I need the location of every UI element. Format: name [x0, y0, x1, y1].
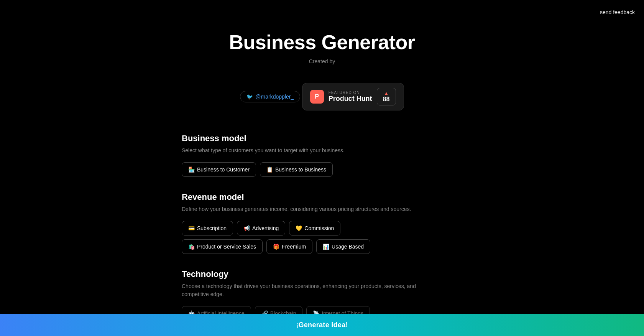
- commission-button[interactable]: 💛 Commission: [289, 221, 340, 236]
- usage-based-emoji: 📊: [323, 244, 329, 250]
- revenue-model-options: 💳 Subscription 📢 Advertising 💛 Commissio…: [182, 221, 424, 254]
- revenue-model-title: Revenue model: [182, 192, 424, 202]
- advertising-button[interactable]: 📢 Advertising: [237, 221, 285, 236]
- ph-vote-count: 88: [383, 96, 390, 103]
- b2c-button[interactable]: 🏪 Business to Customer: [182, 162, 256, 177]
- business-model-options: 🏪 Business to Customer 📋 Business to Bus…: [182, 162, 424, 177]
- page-header: Business Generator Created by 🐦 @markdop…: [0, 0, 644, 110]
- commission-emoji: 💛: [296, 225, 302, 231]
- twitter-icon: 🐦: [246, 94, 253, 100]
- ph-votes-box: ▲ 88: [377, 88, 396, 105]
- product-hunt-badge[interactable]: P FEATURED ON Product Hunt ▲ 88: [302, 83, 404, 110]
- b2b-button[interactable]: 📋 Business to Business: [260, 162, 333, 177]
- send-feedback-button[interactable]: send feedback: [600, 9, 635, 15]
- subscription-label: Subscription: [197, 225, 227, 231]
- b2b-emoji: 📋: [266, 166, 273, 173]
- ph-name: Product Hunt: [329, 95, 372, 103]
- usage-based-label: Usage Based: [332, 244, 364, 250]
- product-service-emoji: 🛍️: [188, 244, 195, 250]
- revenue-model-section: Revenue model Define how your business g…: [182, 192, 424, 254]
- subscription-button[interactable]: 💳 Subscription: [182, 221, 233, 236]
- ph-featured-label: FEATURED ON: [329, 91, 372, 95]
- twitter-link[interactable]: 🐦 @markdoppler_: [240, 91, 300, 102]
- business-model-desc: Select what type of customers you want t…: [182, 147, 424, 155]
- freemium-label: Freemium: [282, 244, 306, 250]
- technology-title: Technology: [182, 269, 424, 279]
- business-model-section: Business model Select what type of custo…: [182, 133, 424, 177]
- freemium-button[interactable]: 🎁 Freemium: [266, 239, 312, 254]
- product-service-button[interactable]: 🛍️ Product or Service Sales: [182, 239, 263, 254]
- revenue-model-desc: Define how your business generates incom…: [182, 205, 424, 213]
- main-content: Business model Select what type of custo…: [172, 133, 433, 336]
- business-model-title: Business model: [182, 133, 424, 143]
- subscription-emoji: 💳: [188, 225, 195, 231]
- twitter-handle: @markdoppler_: [255, 94, 294, 100]
- advertising-emoji: 📢: [243, 225, 250, 231]
- ph-text-block: FEATURED ON Product Hunt: [329, 91, 372, 103]
- ph-arrow-icon: ▲: [384, 91, 389, 96]
- technology-desc: Choose a technology that drives your bus…: [182, 282, 424, 298]
- ph-logo: P: [310, 90, 324, 104]
- created-by-label: Created by: [0, 58, 644, 64]
- generate-button[interactable]: ¡Generate idea!: [0, 314, 644, 336]
- b2b-label: Business to Business: [275, 166, 326, 173]
- freemium-emoji: 🎁: [273, 244, 279, 250]
- product-service-label: Product or Service Sales: [197, 244, 256, 250]
- b2c-emoji: 🏪: [188, 166, 195, 173]
- commission-label: Commission: [304, 225, 334, 231]
- usage-based-button[interactable]: 📊 Usage Based: [316, 239, 370, 254]
- advertising-label: Advertising: [252, 225, 279, 231]
- page-title: Business Generator: [0, 31, 644, 54]
- b2c-label: Business to Customer: [197, 166, 250, 173]
